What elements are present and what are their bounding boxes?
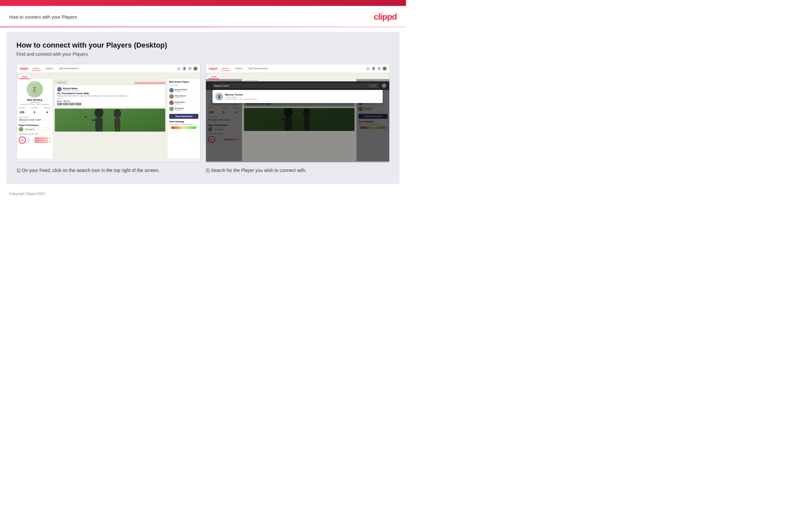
mini-right-panel: Most Active Players Last 30 days Richard… <box>167 79 200 159</box>
tag-ott: OTT <box>57 103 62 105</box>
ap-avatar-1 <box>169 88 174 92</box>
ap-sub-3: Activities: 3 <box>175 103 185 105</box>
result-name: Marcus Turner <box>225 93 257 96</box>
svg-rect-0 <box>55 109 165 132</box>
tag-arg: ARG <box>69 103 75 105</box>
mini-app-1: clippd Home Teams My Performance ⌕ 👤 ⚙ F… <box>17 64 200 162</box>
settings-icon[interactable]: ⚙ <box>188 67 192 71</box>
following-button[interactable]: Following ▾ <box>55 80 68 84</box>
svg-rect-10 <box>118 129 121 132</box>
svg-rect-2 <box>95 118 103 131</box>
top-bar <box>0 0 406 6</box>
mini-nav-icons: ⌕ 👤 ⚙ <box>177 67 197 71</box>
activity-person-info: Richard Butler Yesterday · The Grove <box>63 87 79 92</box>
footer: Copyright Clippd 2022 <box>0 188 406 199</box>
feed-bg: Feed 🏌️ Blair McHarg Golf Coach Mill Rid… <box>206 73 389 162</box>
mini-nav-home[interactable]: Home <box>32 66 41 71</box>
activity-avatar <box>57 87 62 92</box>
mini-logo-2: clippd <box>208 67 218 70</box>
avatar-icon-2[interactable] <box>383 67 387 71</box>
heatmap-sub: Player Quality · 20 Round Trend <box>169 123 198 125</box>
activity-date: Yesterday · The Grove <box>63 90 79 92</box>
profile-name: Blair McHarg <box>19 98 50 101</box>
main-content: How to connect with your Players (Deskto… <box>7 32 399 184</box>
user-icon[interactable]: 👤 <box>182 67 186 71</box>
stat-following: Following 4 <box>44 107 50 115</box>
bar-app-fill <box>35 139 48 141</box>
mini-nav2-myperformance[interactable]: My Performance <box>247 66 269 71</box>
heatmap-title: Team Heatmap <box>169 120 198 123</box>
stat-activities: Activities 129 <box>19 107 25 115</box>
page-title: How to connect with your Players <box>9 14 77 20</box>
mini-nav2-home[interactable]: Home <box>221 66 230 71</box>
ap-avatar-4 <box>169 107 174 111</box>
avatar-icon[interactable] <box>193 67 197 71</box>
bar-arg-fill <box>35 141 48 143</box>
logo: clippd <box>374 12 397 22</box>
control-link[interactable]: Control who can see your activity and da… <box>135 81 165 83</box>
latest-activity-date: 27 Jul 2022 <box>19 121 50 123</box>
tag-putt: PUTT <box>75 103 81 105</box>
search-text: Marcus Turner <box>214 85 366 87</box>
ap-name-4: Eli Vincent <box>175 107 184 109</box>
ap-avatar-3 <box>169 100 174 105</box>
search-bar: ⌕ Marcus Turner CLEAR ✕ <box>206 81 389 90</box>
settings-icon-2[interactable]: ⚙ <box>377 67 381 71</box>
search-input-area[interactable]: Marcus Turner CLEAR <box>212 83 379 88</box>
heatmap-range: -5 +5 <box>169 126 198 129</box>
activity-header: Richard Butler Yesterday · The Grove <box>57 87 163 92</box>
header: How to connect with your Players clippd <box>0 6 406 27</box>
screenshot-1: clippd Home Teams My Performance ⌕ 👤 ⚙ F… <box>16 64 200 162</box>
ap-info-1: Richard Butler Activities: 7 <box>175 89 187 92</box>
user-icon-2[interactable]: 👤 <box>372 67 376 71</box>
search-icon[interactable]: ⌕ <box>177 67 181 71</box>
active-player-4: Eli Vincent Activities: 1 <box>169 106 198 112</box>
profile-club: Mill Ride Golf Club, United Kingdom <box>19 103 50 105</box>
svg-point-7 <box>114 109 121 118</box>
latest-activity-label: Latest Activity <box>19 116 50 118</box>
active-player-3: Hiral Pujara Activities: 3 <box>169 100 198 106</box>
search-overlay: ⌕ Marcus Turner CLEAR ✕ 👤 <box>206 81 389 162</box>
search-result[interactable]: 👤 Marcus Turner 1.5 Handicap Cypress Poi… <box>212 90 383 103</box>
golfer-bg <box>55 109 165 132</box>
activity-person-name: Richard Butler <box>63 87 79 90</box>
search-icon-2[interactable]: ⌕ <box>366 67 370 71</box>
clear-button[interactable]: CLEAR <box>368 84 378 87</box>
ap-name-2: Piers Parnell <box>175 95 186 97</box>
activity-image <box>55 109 165 132</box>
main-title: How to connect with your Players (Deskto… <box>16 41 390 49</box>
panel-2: clippd Home Teams My Performance ⌕ 👤 ⚙ <box>206 64 390 174</box>
active-players-title: Most Active Players <box>169 81 198 83</box>
ap-avatar-2 <box>169 94 174 99</box>
mini-nav2-teams[interactable]: Teams <box>234 66 244 71</box>
svg-rect-4 <box>84 117 87 118</box>
copyright: Copyright Clippd 2022 <box>9 192 45 196</box>
mini-nav-teams[interactable]: Teams <box>44 66 55 71</box>
activity-desc: Walking the course with my coach to buil… <box>57 95 163 97</box>
mini-content: 🏌️ Blair McHarg Golf Coach Mill Ride Gol… <box>17 79 200 159</box>
feed-tab[interactable]: Feed <box>19 75 30 79</box>
heatmap-bar <box>171 126 196 129</box>
ap-name-1: Richard Butler <box>175 89 187 91</box>
ap-sub-4: Activities: 1 <box>175 109 184 111</box>
team-dashboard-button[interactable]: Team Dashboard <box>169 114 198 119</box>
following-row: Following ▾ Control who can see your act… <box>55 80 165 84</box>
mini-app-2: clippd Home Teams My Performance ⌕ 👤 ⚙ <box>206 64 389 162</box>
result-avatar: 👤 <box>215 92 223 100</box>
close-button[interactable]: ✕ <box>381 83 387 88</box>
mini-nav-1: clippd Home Teams My Performance ⌕ 👤 ⚙ <box>17 64 200 73</box>
main-subtitle: Find and connect with your Players <box>16 51 390 57</box>
ap-info-2: Piers Parnell Activities: 4 <box>175 95 186 98</box>
info-icon: i <box>35 133 38 135</box>
player-dropdown[interactable]: Eli Vincent ▾ <box>24 128 50 131</box>
header-divider <box>0 27 406 27</box>
panels-container: clippd Home Teams My Performance ⌕ 👤 ⚙ F… <box>16 64 390 174</box>
active-player-1: Richard Butler Activities: 7 <box>169 87 198 93</box>
quality-label-row: Total Player Quality i <box>19 133 50 135</box>
activity-tags: OTT APP ARG PUTT <box>57 103 163 105</box>
feed-tab-2[interactable]: Feed <box>208 75 219 79</box>
ap-sub-1: Activities: 7 <box>175 91 187 92</box>
mini-nav-myperformance[interactable]: My Performance <box>58 66 80 71</box>
profile-stats: Activities 129 Followers 3 Following 4 <box>19 107 50 115</box>
activity-title: Pre Tournament Course Walk <box>57 92 163 94</box>
